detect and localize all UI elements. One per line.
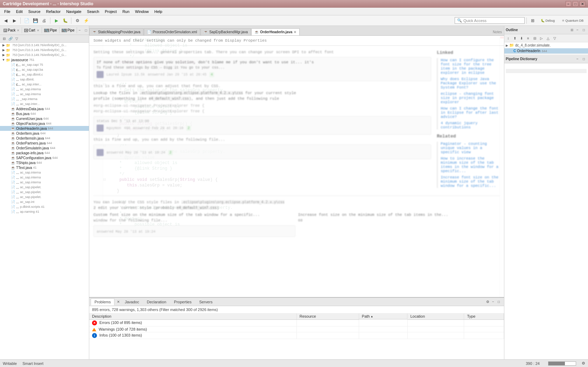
linked-item-4[interactable]: How can I change the font in Eclipse for… (441, 106, 500, 119)
menu-search[interactable]: Search (84, 9, 102, 14)
expand-icon-root[interactable]: ▶ (506, 44, 509, 47)
tree-item-2[interactable]: ▶📁753 [svn://10.3.149.76/enfinity/DC_G..… (0, 52, 89, 57)
hide-button[interactable]: ▽ (552, 35, 558, 41)
toolbar-back-button[interactable]: ◀ (1, 17, 10, 24)
tree-item-13[interactable]: ☕AddressData.java644 (0, 106, 89, 111)
maximize-icon[interactable]: □ (83, 28, 89, 33)
tab-close-button[interactable]: ✕ (294, 30, 296, 34)
filter-button[interactable]: ≡ (525, 35, 531, 41)
tree-item-16[interactable]: ☕ObjectFactory.java644 (0, 121, 89, 126)
outline-item-root[interactable]: ▶ 📁 dc_4_8.order.simulate. (504, 42, 588, 48)
toolbar-debug-button[interactable]: 🐛 (61, 17, 69, 24)
tree-item-20[interactable]: ☕OrderPartners.java644 (0, 141, 89, 146)
problem-row-0[interactable]: ✕ Errors (100 of 895 items) (89, 319, 504, 326)
cart-close[interactable]: ✕ (37, 29, 40, 32)
perspective-button[interactable]: ⊞ (528, 17, 537, 24)
tree-item-26[interactable]: 📄...ac_sap.interna (0, 170, 89, 175)
tree-item-17[interactable]: ☕OrderHeaderIn.java644 (0, 126, 89, 131)
linked-item-5[interactable]: 4 dynamic jquery contributions (441, 121, 500, 129)
tree-item-7[interactable]: 📄...sap.dbinit. (0, 77, 89, 82)
cart-tab[interactable]: C Cart ✕ (22, 27, 42, 33)
problems-tab-close[interactable]: ✕ (116, 299, 121, 304)
tree-item-10[interactable]: 📄...ac_sap.interna (0, 92, 89, 97)
pipeline-minimize-icon[interactable]: − (575, 56, 580, 62)
tabs-overflow[interactable]: Notes (491, 29, 504, 35)
col-type[interactable]: Type (464, 313, 504, 319)
tree-item-6[interactable]: 📄c...ac_sap.dbinit.c (0, 72, 89, 77)
window-controls[interactable]: − □ ✕ (566, 1, 585, 7)
servers-tab[interactable]: Servers (195, 298, 216, 305)
menu-file[interactable]: File (1, 9, 13, 14)
toolbar-forward-button[interactable]: ▶ (10, 17, 19, 24)
status-extra-icon[interactable]: ⚙ (582, 361, 585, 366)
menu-refactor[interactable]: Refactor (43, 9, 64, 14)
tree-item-4[interactable]: 📄c...ac_sap.capi 75 (0, 62, 89, 67)
tree-item-31[interactable]: 📄...ac_sap.pipelet. (0, 195, 89, 199)
tree-item-24[interactable]: ☕TShipto.java644 (0, 160, 89, 165)
tree-item-0[interactable]: ▶📁753 [svn://10.3.149.76/enfinity/DC_G..… (0, 43, 89, 48)
menu-run[interactable]: Run (120, 9, 132, 14)
pipe-tab-2[interactable]: 🔧 Pipe (59, 27, 77, 33)
toolbar-extra-2[interactable]: ⚡ (82, 17, 90, 24)
toolbar-run-button[interactable]: ▶ (52, 17, 61, 24)
bottom-maximize-icon[interactable]: □ (496, 299, 501, 304)
related-item-2[interactable]: How to increase the minimum size of the … (441, 156, 500, 173)
tree-item-33[interactable]: 📄...p.dbinit.scripts 41 (0, 204, 89, 209)
sort-desc-button[interactable]: ⬇ (518, 35, 525, 41)
toolbar-save-button[interactable]: 💾 (31, 17, 40, 24)
tree-item-1[interactable]: ▶📁753 [svn://10.3.149.76/enfinity/DC_G..… (0, 48, 89, 52)
tree-item-12[interactable]: 📄...ac_sap.inter... (0, 101, 89, 106)
tree-item-5[interactable]: 📄c...ac_sap.capi.ba (0, 67, 89, 72)
bottom-filter-icon[interactable]: ⚙ (485, 299, 490, 304)
sort-button[interactable]: ↕ (505, 35, 511, 41)
minimize-icon[interactable]: − (77, 28, 83, 33)
pipeline-dict-content[interactable] (504, 63, 588, 367)
tree-item-30[interactable]: 📄...ac_sap.pipelet. (0, 190, 89, 195)
outline-maximize-icon[interactable]: □ (581, 27, 587, 33)
maximize-button[interactable]: □ (573, 1, 578, 7)
tree-item-23[interactable]: ☕SAPConfiguration.java644 (0, 155, 89, 160)
toolbar-new-button[interactable]: 📄 (22, 17, 31, 24)
col-location[interactable]: Location (407, 313, 464, 319)
tree-item-34[interactable]: 📄...ap.naming 41 (0, 209, 89, 214)
menu-navigate[interactable]: Navigate (63, 9, 84, 14)
tree-item-19[interactable]: ☕OrderItemsIn.java644 (0, 136, 89, 141)
linked-item-1[interactable]: How can I configure the font size for th… (441, 58, 500, 75)
pack-tab[interactable]: P Pack ✕ (1, 27, 22, 33)
collapse-button[interactable]: △ (545, 35, 551, 41)
tab-process-order[interactable]: 📄 ProcessOrderSimulation.xml (144, 28, 200, 35)
col-description[interactable]: Description (89, 313, 296, 319)
link-editor-icon[interactable]: 🔗 (8, 36, 13, 42)
tree-item-21[interactable]: ☕OrderSimulateIn.java644 (0, 146, 89, 150)
tree-item-27[interactable]: 📄...ac_sap.interna (0, 175, 89, 180)
tab-order-header[interactable]: ☕ OrderHeaderIn.java ✕ (251, 28, 300, 36)
filter-icon[interactable]: ▽ (14, 36, 20, 42)
tree-item-25[interactable]: ☕TText.java41 (0, 165, 89, 170)
debug-perspective-button[interactable]: 🐛 Debug (537, 17, 558, 24)
sort-asc-button[interactable]: ⬆ (512, 35, 518, 41)
linked-item-2[interactable]: Why does Eclipse Java Package Explorer u… (441, 77, 500, 90)
col-path[interactable]: Path ▲ (359, 313, 408, 319)
close-button[interactable]: ✕ (580, 1, 585, 7)
pipeline-dict-scrollbar[interactable] (506, 69, 587, 73)
tree-item-15[interactable]: ☕CurrentUser.java644 (0, 116, 89, 121)
menu-edit[interactable]: Edit (13, 9, 26, 14)
minimize-button[interactable]: − (566, 1, 571, 7)
pipeline-maximize-icon[interactable]: □ (581, 56, 587, 62)
tab-sap-erp[interactable]: ☕ SapErpBackendMgr.java (201, 28, 251, 35)
tree-item-3[interactable]: ▼📁javasource751 (0, 57, 89, 62)
toolbar-print-button[interactable]: 🖨 (40, 17, 48, 24)
tab-static-mapping[interactable]: ☕ StaticMappingProvider.java (89, 28, 144, 35)
pack-close[interactable]: ✕ (17, 29, 20, 32)
tree-item-8[interactable]: 📄c...ac_sap.inter... (0, 82, 89, 87)
related-item-3[interactable]: Increase font size on the minimum size o… (441, 175, 500, 188)
menu-window[interactable]: Window (132, 9, 152, 14)
tree-item-14[interactable]: ☕Bus.java644 (0, 111, 89, 116)
linked-item-3[interactable]: eclipse - changing font size in project … (441, 92, 500, 104)
javadoc-tab[interactable]: Javadoc (121, 298, 143, 305)
problem-row-1[interactable]: Warnings (100 of 728 items) (89, 326, 504, 332)
outline-item-class[interactable]: C OrderHeaderIn 644 (504, 48, 588, 54)
declaration-tab[interactable]: Declaration (143, 298, 170, 305)
collapse-all-icon[interactable]: ⊟ (1, 36, 7, 42)
menu-project[interactable]: Project (102, 9, 119, 14)
